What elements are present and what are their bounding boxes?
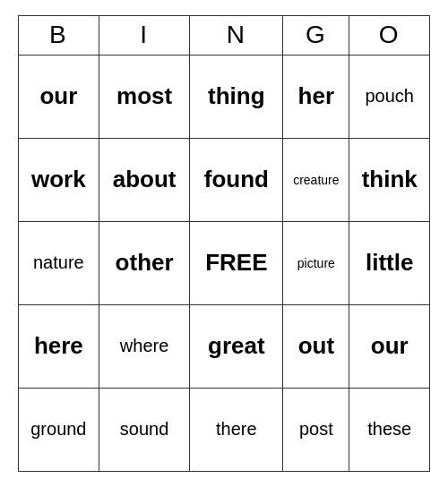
- bingo-cell: sound: [99, 388, 190, 471]
- bingo-cell: nature: [19, 221, 99, 304]
- table-row: groundsoundtherepostthese: [19, 388, 430, 471]
- bingo-cell: think: [349, 138, 430, 221]
- bingo-cell: there: [190, 388, 283, 471]
- header-cell: O: [349, 15, 430, 55]
- bingo-card: BINGO ourmostthingherpouchworkaboutfound…: [18, 15, 430, 472]
- header-cell: G: [283, 15, 349, 55]
- bingo-cell: her: [283, 55, 349, 138]
- bingo-cell: thing: [190, 55, 283, 138]
- bingo-cell: creature: [283, 138, 349, 221]
- bingo-cell: most: [99, 55, 190, 138]
- bingo-cell: where: [99, 304, 190, 388]
- bingo-cell: our: [349, 304, 430, 388]
- table-row: workaboutfoundcreaturethink: [19, 138, 430, 221]
- bingo-cell: little: [349, 221, 430, 304]
- bingo-cell: about: [99, 138, 190, 221]
- table-row: ourmostthingherpouch: [19, 55, 430, 138]
- bingo-cell: found: [190, 138, 283, 221]
- bingo-cell: these: [349, 388, 430, 471]
- header-cell: I: [99, 15, 190, 55]
- bingo-cell: FREE: [190, 221, 283, 304]
- table-row: herewheregreatoutour: [19, 304, 430, 388]
- bingo-cell: other: [99, 221, 190, 304]
- header-cell: N: [190, 15, 283, 55]
- bingo-cell: post: [283, 388, 349, 471]
- bingo-table: BINGO ourmostthingherpouchworkaboutfound…: [18, 15, 430, 472]
- header-cell: B: [19, 15, 99, 55]
- bingo-cell: our: [19, 55, 99, 138]
- bingo-cell: picture: [283, 221, 349, 304]
- bingo-cell: great: [190, 304, 283, 388]
- bingo-cell: ground: [19, 388, 99, 471]
- table-row: natureotherFREEpicturelittle: [19, 221, 430, 304]
- bingo-cell: here: [19, 304, 99, 388]
- bingo-cell: work: [19, 138, 99, 221]
- bingo-cell: out: [283, 304, 349, 388]
- bingo-cell: pouch: [349, 55, 430, 138]
